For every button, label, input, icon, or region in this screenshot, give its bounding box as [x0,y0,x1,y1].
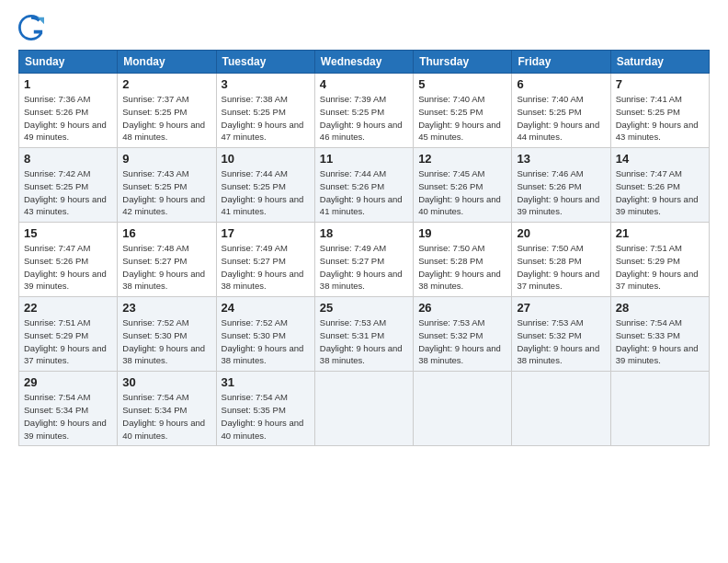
calendar-cell: 16Sunrise: 7:48 AMSunset: 5:27 PMDayligh… [118,223,216,297]
calendar-cell: 28Sunrise: 7:54 AMSunset: 5:33 PMDayligh… [610,297,709,372]
day-info: Sunrise: 7:45 AMSunset: 5:26 PMDaylight:… [418,167,506,218]
day-number: 24 [222,301,310,315]
day-number: 14 [616,152,704,166]
day-info: Sunrise: 7:52 AMSunset: 5:30 PMDaylight:… [222,316,310,367]
calendar-week-2: 8Sunrise: 7:42 AMSunset: 5:25 PMDaylight… [19,148,710,223]
day-info: Sunrise: 7:41 AMSunset: 5:25 PMDaylight:… [616,93,704,144]
calendar-cell [414,372,512,446]
day-info: Sunrise: 7:42 AMSunset: 5:25 PMDaylight:… [24,167,112,218]
day-number: 5 [418,77,506,91]
header [18,15,710,40]
day-info: Sunrise: 7:38 AMSunset: 5:25 PMDaylight:… [222,93,310,144]
day-info: Sunrise: 7:54 AMSunset: 5:33 PMDaylight:… [616,316,704,367]
calendar-cell: 23Sunrise: 7:52 AMSunset: 5:30 PMDayligh… [118,297,216,372]
day-info: Sunrise: 7:43 AMSunset: 5:25 PMDaylight:… [122,167,210,218]
calendar-cell: 30Sunrise: 7:54 AMSunset: 5:34 PMDayligh… [118,372,216,446]
calendar-cell: 14Sunrise: 7:47 AMSunset: 5:26 PMDayligh… [610,148,709,223]
calendar-cell: 17Sunrise: 7:49 AMSunset: 5:27 PMDayligh… [216,223,314,297]
calendar-cell [610,372,709,446]
day-info: Sunrise: 7:44 AMSunset: 5:25 PMDaylight:… [222,167,310,218]
day-number: 28 [616,301,704,315]
day-number: 11 [320,152,408,166]
calendar-cell: 4Sunrise: 7:39 AMSunset: 5:25 PMDaylight… [314,74,413,148]
day-info: Sunrise: 7:47 AMSunset: 5:26 PMDaylight:… [616,167,704,218]
day-number: 2 [122,77,210,91]
calendar-cell: 22Sunrise: 7:51 AMSunset: 5:29 PMDayligh… [19,297,118,372]
day-number: 22 [24,301,112,315]
calendar-cell: 11Sunrise: 7:44 AMSunset: 5:26 PMDayligh… [314,148,413,223]
day-info: Sunrise: 7:46 AMSunset: 5:26 PMDaylight:… [517,167,605,218]
day-info: Sunrise: 7:54 AMSunset: 5:34 PMDaylight:… [122,391,210,442]
day-info: Sunrise: 7:49 AMSunset: 5:27 PMDaylight:… [320,242,408,293]
calendar-cell: 18Sunrise: 7:49 AMSunset: 5:27 PMDayligh… [314,223,413,297]
day-info: Sunrise: 7:48 AMSunset: 5:27 PMDaylight:… [122,242,210,293]
day-number: 9 [122,152,210,166]
calendar-cell [314,372,413,446]
calendar-cell: 29Sunrise: 7:54 AMSunset: 5:34 PMDayligh… [19,372,118,446]
day-info: Sunrise: 7:51 AMSunset: 5:29 PMDaylight:… [616,242,704,293]
day-number: 16 [122,226,210,240]
calendar-cell: 19Sunrise: 7:50 AMSunset: 5:28 PMDayligh… [414,223,512,297]
day-info: Sunrise: 7:36 AMSunset: 5:26 PMDaylight:… [24,93,112,144]
day-number: 10 [222,152,310,166]
day-number: 19 [418,226,506,240]
day-info: Sunrise: 7:47 AMSunset: 5:26 PMDaylight:… [24,242,112,293]
day-info: Sunrise: 7:54 AMSunset: 5:35 PMDaylight:… [222,391,310,442]
day-number: 8 [24,152,112,166]
page: SundayMondayTuesdayWednesdayThursdayFrid… [0,0,728,563]
day-number: 31 [222,375,310,389]
calendar-cell: 13Sunrise: 7:46 AMSunset: 5:26 PMDayligh… [512,148,610,223]
day-info: Sunrise: 7:37 AMSunset: 5:25 PMDaylight:… [122,93,210,144]
day-number: 7 [616,77,704,91]
day-info: Sunrise: 7:39 AMSunset: 5:25 PMDaylight:… [320,93,408,144]
column-header-thursday: Thursday [414,51,512,74]
calendar-cell: 10Sunrise: 7:44 AMSunset: 5:25 PMDayligh… [216,148,314,223]
day-number: 4 [320,77,408,91]
day-number: 3 [222,77,310,91]
calendar-cell: 6Sunrise: 7:40 AMSunset: 5:25 PMDaylight… [512,74,610,148]
day-info: Sunrise: 7:54 AMSunset: 5:34 PMDaylight:… [24,391,112,442]
calendar-week-4: 22Sunrise: 7:51 AMSunset: 5:29 PMDayligh… [19,297,710,372]
column-header-wednesday: Wednesday [314,51,413,74]
calendar-table: SundayMondayTuesdayWednesdayThursdayFrid… [18,50,710,446]
calendar-header-row: SundayMondayTuesdayWednesdayThursdayFrid… [19,51,710,74]
day-number: 18 [320,226,408,240]
day-number: 1 [24,77,112,91]
day-info: Sunrise: 7:40 AMSunset: 5:25 PMDaylight:… [517,93,605,144]
column-header-friday: Friday [512,51,610,74]
calendar-cell: 3Sunrise: 7:38 AMSunset: 5:25 PMDaylight… [216,74,314,148]
day-number: 13 [517,152,605,166]
day-info: Sunrise: 7:51 AMSunset: 5:29 PMDaylight:… [24,316,112,367]
calendar-cell: 27Sunrise: 7:53 AMSunset: 5:32 PMDayligh… [512,297,610,372]
day-number: 23 [122,301,210,315]
calendar-cell: 26Sunrise: 7:53 AMSunset: 5:32 PMDayligh… [414,297,512,372]
calendar-cell: 24Sunrise: 7:52 AMSunset: 5:30 PMDayligh… [216,297,314,372]
day-info: Sunrise: 7:49 AMSunset: 5:27 PMDaylight:… [222,242,310,293]
day-info: Sunrise: 7:40 AMSunset: 5:25 PMDaylight:… [418,93,506,144]
column-header-saturday: Saturday [610,51,709,74]
calendar-cell: 25Sunrise: 7:53 AMSunset: 5:31 PMDayligh… [314,297,413,372]
logo-icon [18,15,44,40]
calendar-cell: 21Sunrise: 7:51 AMSunset: 5:29 PMDayligh… [610,223,709,297]
calendar-week-3: 15Sunrise: 7:47 AMSunset: 5:26 PMDayligh… [19,223,710,297]
column-header-sunday: Sunday [19,51,118,74]
calendar-cell: 2Sunrise: 7:37 AMSunset: 5:25 PMDaylight… [118,74,216,148]
day-number: 26 [418,301,506,315]
calendar-cell: 12Sunrise: 7:45 AMSunset: 5:26 PMDayligh… [414,148,512,223]
calendar-week-1: 1Sunrise: 7:36 AMSunset: 5:26 PMDaylight… [19,74,710,148]
day-info: Sunrise: 7:52 AMSunset: 5:30 PMDaylight:… [122,316,210,367]
calendar-cell [512,372,610,446]
calendar-cell: 31Sunrise: 7:54 AMSunset: 5:35 PMDayligh… [216,372,314,446]
logo [18,15,48,40]
day-info: Sunrise: 7:53 AMSunset: 5:31 PMDaylight:… [320,316,408,367]
column-header-monday: Monday [118,51,216,74]
day-number: 17 [222,226,310,240]
calendar-cell: 1Sunrise: 7:36 AMSunset: 5:26 PMDaylight… [19,74,118,148]
day-info: Sunrise: 7:50 AMSunset: 5:28 PMDaylight:… [517,242,605,293]
day-number: 20 [517,226,605,240]
column-header-tuesday: Tuesday [216,51,314,74]
day-number: 29 [24,375,112,389]
calendar-cell: 15Sunrise: 7:47 AMSunset: 5:26 PMDayligh… [19,223,118,297]
day-info: Sunrise: 7:50 AMSunset: 5:28 PMDaylight:… [418,242,506,293]
day-number: 30 [122,375,210,389]
